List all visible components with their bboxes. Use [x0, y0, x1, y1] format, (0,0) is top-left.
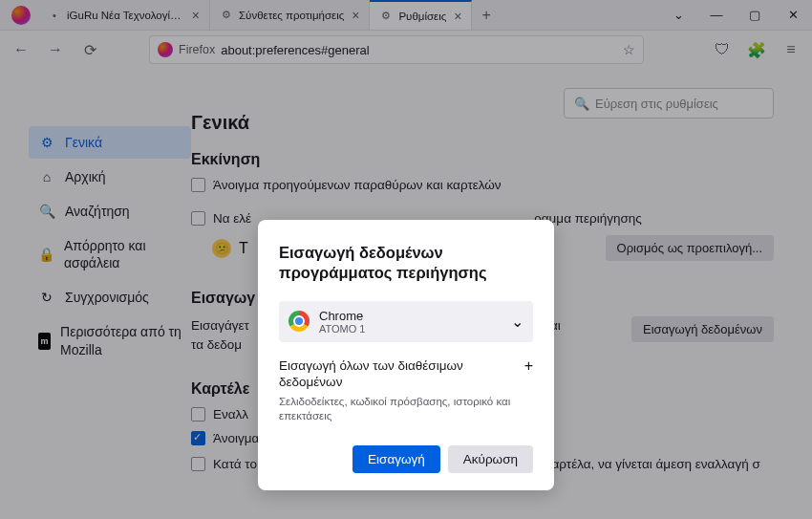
import-dialog: Εισαγωγή δεδομένων προγράμματος περιήγησ…	[258, 220, 554, 490]
modal-overlay: Εισαγωγή δεδομένων προγράμματος περιήγησ…	[0, 0, 812, 519]
expand-icon[interactable]: +	[524, 357, 533, 375]
import-all-sub: Σελιδοδείκτες, κωδικοί πρόσβασης, ιστορι…	[279, 395, 515, 424]
import-all-title: Εισαγωγή όλων των διαθέσιμων δεδομένων	[279, 357, 515, 391]
cancel-button[interactable]: Ακύρωση	[448, 445, 533, 473]
dialog-title: Εισαγωγή δεδομένων προγράμματος περιήγησ…	[279, 243, 533, 284]
chrome-icon	[288, 311, 310, 332]
import-button[interactable]: Εισαγωγή	[353, 445, 440, 473]
chevron-down-icon: ⌄	[511, 313, 524, 331]
browser-profile: ΑΤΟΜΟ 1	[319, 323, 502, 335]
browser-select-dropdown[interactable]: Chrome ΑΤΟΜΟ 1 ⌄	[279, 301, 533, 342]
browser-name: Chrome	[319, 309, 502, 323]
import-all-row[interactable]: Εισαγωγή όλων των διαθέσιμων δεδομένων Σ…	[279, 357, 533, 424]
